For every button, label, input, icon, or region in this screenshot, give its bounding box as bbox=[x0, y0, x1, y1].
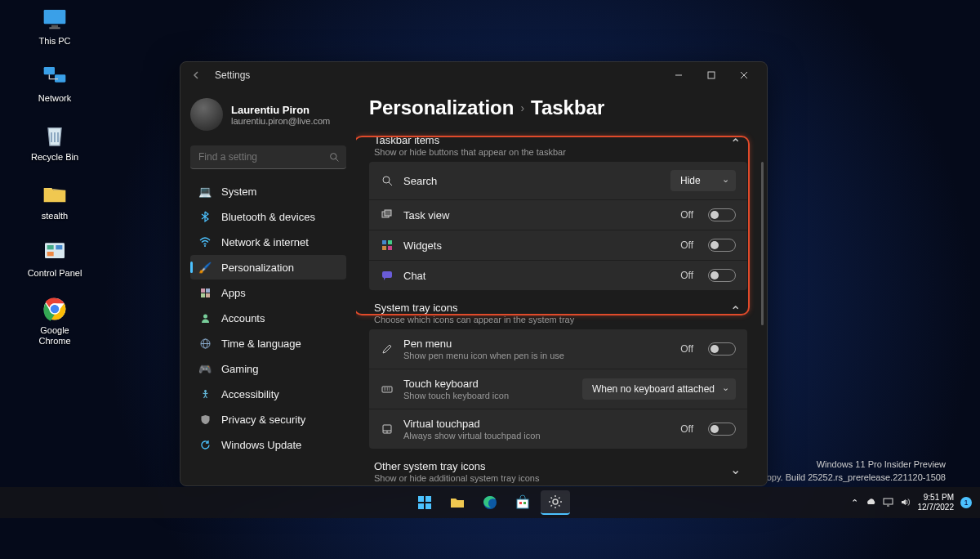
minimize-button[interactable] bbox=[662, 64, 695, 87]
clock[interactable]: 9:51 PM 12/7/2022 bbox=[918, 493, 955, 512]
svg-rect-7 bbox=[56, 245, 62, 249]
shield-icon bbox=[198, 413, 212, 426]
nav-privacy[interactable]: Privacy & security bbox=[190, 407, 346, 432]
svg-rect-29 bbox=[385, 210, 391, 216]
svg-rect-13 bbox=[708, 72, 715, 78]
gamepad-icon: 🎮 bbox=[198, 362, 212, 375]
svg-rect-42 bbox=[425, 496, 431, 502]
breadcrumb-parent[interactable]: Personalization bbox=[369, 96, 514, 119]
svg-rect-44 bbox=[425, 503, 431, 509]
back-button[interactable] bbox=[187, 70, 207, 80]
nav-bluetooth[interactable]: Bluetooth & devices bbox=[190, 204, 346, 229]
row-task-view[interactable]: Task view Off bbox=[369, 200, 747, 230]
row-pen-menu[interactable]: Pen menuShow pen menu icon when pen is i… bbox=[369, 329, 747, 369]
pen-toggle[interactable] bbox=[708, 342, 736, 356]
chevron-right-icon: › bbox=[520, 101, 524, 114]
chat-toggle[interactable] bbox=[708, 269, 736, 282]
taskbar-settings[interactable] bbox=[541, 490, 570, 515]
desktop-icon-network[interactable]: Network bbox=[26, 64, 83, 104]
nav-system[interactable]: 💻System bbox=[190, 179, 346, 203]
nav-accessibility[interactable]: Accessibility bbox=[190, 382, 346, 406]
desktop-icon-stealth[interactable]: stealth bbox=[26, 181, 83, 221]
search-dropdown[interactable]: Hide bbox=[670, 170, 736, 191]
svg-rect-34 bbox=[382, 271, 392, 278]
row-touch-keyboard[interactable]: Touch keyboardShow touch keyboard icon W… bbox=[369, 369, 747, 409]
svg-point-14 bbox=[331, 154, 336, 159]
bluetooth-icon bbox=[198, 210, 212, 223]
row-virtual-touchpad[interactable]: Virtual touchpadAlways show virtual touc… bbox=[369, 409, 747, 449]
chat-icon bbox=[381, 269, 394, 282]
row-search[interactable]: Search Hide bbox=[369, 162, 747, 200]
icon-label: Google Chrome bbox=[26, 325, 83, 347]
svg-point-25 bbox=[204, 390, 207, 392]
paintbrush-icon: 🖌️ bbox=[198, 261, 212, 274]
tray-onedrive-icon[interactable] bbox=[865, 496, 877, 510]
breadcrumb-current: Taskbar bbox=[531, 96, 604, 119]
svg-rect-17 bbox=[201, 288, 205, 293]
section-taskbar-items[interactable]: Taskbar items Show or hide buttons that … bbox=[369, 131, 747, 162]
content-area: Personalization › Taskbar Taskbar items … bbox=[356, 88, 767, 485]
desktop-icon-chrome[interactable]: Google Chrome bbox=[26, 296, 83, 347]
person-icon bbox=[198, 311, 212, 324]
virtual-touchpad-toggle[interactable] bbox=[708, 423, 736, 436]
icon-label: Control Panel bbox=[26, 268, 83, 279]
desktop-icon-recycle-bin[interactable]: Recycle Bin bbox=[26, 123, 83, 163]
icon-label: This PC bbox=[26, 36, 83, 47]
maximize-button[interactable] bbox=[695, 64, 728, 87]
row-chat[interactable]: Chat Off bbox=[369, 261, 747, 290]
row-widgets[interactable]: Widgets Off bbox=[369, 230, 747, 261]
widgets-toggle[interactable] bbox=[708, 239, 736, 252]
nav-network[interactable]: Network & internet bbox=[190, 230, 346, 254]
search-box[interactable] bbox=[190, 145, 346, 169]
touch-keyboard-dropdown[interactable]: When no keyboard attached bbox=[582, 378, 736, 400]
search-input[interactable] bbox=[190, 145, 346, 169]
notification-badge[interactable]: 1 bbox=[960, 497, 972, 508]
nav-personalization[interactable]: 🖌️Personalization bbox=[190, 255, 346, 280]
tray-volume-icon[interactable] bbox=[899, 496, 911, 510]
user-profile[interactable]: Laurentiu Piron laurentiu.piron@live.com bbox=[190, 95, 346, 139]
taskbar-file-explorer[interactable] bbox=[443, 490, 472, 515]
monitor-icon bbox=[42, 7, 68, 33]
settings-window: Settings Laurentiu Piron laurentiu.piron… bbox=[180, 61, 768, 486]
svg-point-10 bbox=[51, 305, 60, 314]
recycle-bin-icon bbox=[42, 123, 68, 149]
wifi-icon bbox=[198, 235, 212, 248]
widgets-icon bbox=[381, 239, 394, 252]
desktop-icon-control-panel[interactable]: Control Panel bbox=[26, 239, 83, 279]
task-view-toggle[interactable] bbox=[708, 208, 736, 221]
nav-windows-update[interactable]: Windows Update bbox=[190, 432, 346, 457]
desktop-icon-this-pc[interactable]: This PC bbox=[26, 7, 83, 47]
icon-label: Recycle Bin bbox=[26, 152, 83, 163]
task-view-icon bbox=[381, 208, 394, 221]
user-email: laurentiu.piron@live.com bbox=[231, 116, 330, 126]
pen-icon bbox=[381, 342, 394, 356]
svg-rect-48 bbox=[523, 502, 526, 504]
nav-gaming[interactable]: 🎮Gaming bbox=[190, 356, 346, 381]
section-other-tray[interactable]: Other system tray icons Show or hide add… bbox=[369, 457, 747, 485]
section-system-tray[interactable]: System tray icons Choose which icons can… bbox=[369, 298, 747, 329]
chevron-down-icon: ⌄ bbox=[728, 460, 742, 479]
start-button[interactable] bbox=[410, 490, 439, 515]
svg-rect-0 bbox=[44, 10, 66, 24]
system-icon: 💻 bbox=[198, 185, 212, 198]
nav-apps[interactable]: Apps bbox=[190, 280, 346, 305]
svg-rect-30 bbox=[382, 240, 386, 244]
scrollbar[interactable] bbox=[761, 162, 764, 325]
accessibility-icon bbox=[198, 387, 212, 400]
icon-label: Network bbox=[26, 93, 83, 104]
tray-display-icon[interactable] bbox=[882, 496, 894, 510]
svg-rect-41 bbox=[418, 496, 424, 502]
close-button[interactable] bbox=[728, 64, 760, 87]
nav-time-language[interactable]: Time & language bbox=[190, 331, 346, 356]
nav-list: 💻System Bluetooth & devices Network & in… bbox=[190, 179, 346, 457]
tray-chevron-up-icon[interactable]: ⌃ bbox=[851, 498, 858, 508]
taskbar-edge[interactable] bbox=[475, 490, 505, 515]
taskbar-store[interactable] bbox=[508, 490, 537, 515]
folder-icon bbox=[42, 181, 68, 208]
svg-point-49 bbox=[553, 499, 558, 504]
nav-accounts[interactable]: Accounts bbox=[190, 306, 346, 330]
svg-rect-43 bbox=[418, 503, 424, 509]
search-icon bbox=[329, 151, 340, 166]
svg-line-15 bbox=[336, 159, 338, 161]
svg-rect-50 bbox=[884, 499, 893, 504]
